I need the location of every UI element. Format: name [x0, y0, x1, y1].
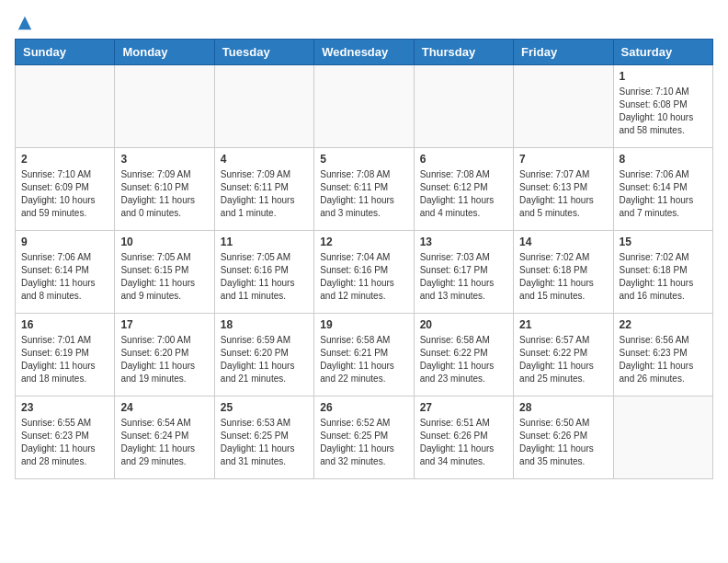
- calendar-cell: 14Sunrise: 7:02 AM Sunset: 6:18 PM Dayli…: [514, 231, 613, 314]
- calendar-cell: 11Sunrise: 7:05 AM Sunset: 6:16 PM Dayli…: [214, 231, 313, 314]
- day-number: 26: [320, 401, 407, 414]
- day-number: 20: [420, 318, 507, 331]
- day-info: Sunrise: 6:53 AM Sunset: 6:25 PM Dayligh…: [221, 417, 308, 468]
- calendar-cell: 17Sunrise: 7:00 AM Sunset: 6:20 PM Dayli…: [115, 314, 214, 396]
- calendar-cell: 18Sunrise: 6:59 AM Sunset: 6:20 PM Dayli…: [214, 314, 313, 396]
- day-info: Sunrise: 6:58 AM Sunset: 6:21 PM Dayligh…: [320, 334, 407, 385]
- calendar-header-friday: Friday: [514, 40, 613, 65]
- calendar-cell: 26Sunrise: 6:52 AM Sunset: 6:25 PM Dayli…: [314, 396, 414, 479]
- day-info: Sunrise: 7:02 AM Sunset: 6:18 PM Dayligh…: [620, 251, 707, 303]
- calendar-cell: 9Sunrise: 7:06 AM Sunset: 6:14 PM Daylig…: [16, 231, 115, 314]
- calendar-cell: 21Sunrise: 6:57 AM Sunset: 6:22 PM Dayli…: [514, 314, 613, 396]
- day-info: Sunrise: 7:08 AM Sunset: 6:12 PM Dayligh…: [420, 168, 507, 220]
- calendar-cell: 8Sunrise: 7:06 AM Sunset: 6:14 PM Daylig…: [613, 148, 712, 231]
- day-info: Sunrise: 7:09 AM Sunset: 6:11 PM Dayligh…: [221, 168, 308, 220]
- day-number: 14: [519, 236, 607, 248]
- svg-marker-0: [18, 17, 31, 29]
- calendar-cell: 25Sunrise: 6:53 AM Sunset: 6:25 PM Dayli…: [214, 396, 313, 479]
- calendar-cell: 20Sunrise: 6:58 AM Sunset: 6:22 PM Dayli…: [414, 314, 513, 396]
- calendar-table: SundayMondayTuesdayWednesdayThursdayFrid…: [15, 39, 713, 479]
- day-info: Sunrise: 7:09 AM Sunset: 6:10 PM Dayligh…: [120, 168, 208, 220]
- day-info: Sunrise: 7:10 AM Sunset: 6:09 PM Dayligh…: [21, 168, 108, 220]
- day-info: Sunrise: 7:06 AM Sunset: 6:14 PM Dayligh…: [21, 251, 108, 303]
- calendar-cell: [115, 65, 214, 148]
- calendar-header-tuesday: Tuesday: [214, 40, 313, 65]
- day-number: 28: [519, 401, 607, 414]
- day-info: Sunrise: 7:04 AM Sunset: 6:16 PM Dayligh…: [320, 251, 407, 303]
- calendar-cell: 10Sunrise: 7:05 AM Sunset: 6:15 PM Dayli…: [115, 231, 214, 314]
- calendar-header-sunday: Sunday: [16, 40, 115, 65]
- calendar-cell: 12Sunrise: 7:04 AM Sunset: 6:16 PM Dayli…: [314, 231, 414, 314]
- calendar-cell: 23Sunrise: 6:55 AM Sunset: 6:23 PM Dayli…: [16, 396, 115, 479]
- calendar-cell: [314, 65, 414, 148]
- day-info: Sunrise: 7:06 AM Sunset: 6:14 PM Dayligh…: [620, 168, 707, 220]
- day-info: Sunrise: 7:07 AM Sunset: 6:13 PM Dayligh…: [519, 168, 607, 220]
- day-info: Sunrise: 7:05 AM Sunset: 6:16 PM Dayligh…: [221, 251, 308, 303]
- calendar-week-3: 9Sunrise: 7:06 AM Sunset: 6:14 PM Daylig…: [16, 231, 713, 314]
- day-info: Sunrise: 6:54 AM Sunset: 6:24 PM Dayligh…: [120, 417, 208, 468]
- day-number: 15: [620, 236, 707, 248]
- day-number: 17: [120, 318, 208, 331]
- day-info: Sunrise: 7:08 AM Sunset: 6:11 PM Dayligh…: [320, 168, 407, 220]
- day-number: 5: [320, 153, 407, 166]
- calendar-cell: 7Sunrise: 7:07 AM Sunset: 6:13 PM Daylig…: [514, 148, 613, 231]
- calendar-header-row: SundayMondayTuesdayWednesdayThursdayFrid…: [16, 40, 713, 65]
- day-info: Sunrise: 7:00 AM Sunset: 6:20 PM Dayligh…: [120, 334, 208, 385]
- logo: [15, 15, 33, 28]
- day-number: 27: [420, 401, 507, 414]
- day-info: Sunrise: 6:56 AM Sunset: 6:23 PM Dayligh…: [620, 334, 707, 385]
- day-number: 23: [21, 401, 108, 414]
- calendar-cell: 1Sunrise: 7:10 AM Sunset: 6:08 PM Daylig…: [613, 65, 712, 148]
- day-info: Sunrise: 6:50 AM Sunset: 6:26 PM Dayligh…: [519, 417, 607, 468]
- day-number: 1: [620, 70, 707, 83]
- day-number: 7: [519, 153, 607, 166]
- logo-icon: [17, 15, 33, 31]
- calendar-cell: [16, 65, 115, 148]
- day-number: 18: [221, 318, 308, 331]
- day-number: 12: [320, 236, 407, 248]
- day-info: Sunrise: 6:59 AM Sunset: 6:20 PM Dayligh…: [221, 334, 308, 385]
- day-number: 24: [120, 401, 208, 414]
- calendar-cell: 13Sunrise: 7:03 AM Sunset: 6:17 PM Dayli…: [414, 231, 513, 314]
- calendar-week-4: 16Sunrise: 7:01 AM Sunset: 6:19 PM Dayli…: [16, 314, 713, 396]
- day-info: Sunrise: 6:58 AM Sunset: 6:22 PM Dayligh…: [420, 334, 507, 385]
- calendar-cell: 2Sunrise: 7:10 AM Sunset: 6:09 PM Daylig…: [16, 148, 115, 231]
- day-number: 10: [120, 236, 208, 248]
- calendar-cell: 28Sunrise: 6:50 AM Sunset: 6:26 PM Dayli…: [514, 396, 613, 479]
- day-number: 21: [519, 318, 607, 331]
- calendar-header-monday: Monday: [115, 40, 214, 65]
- day-info: Sunrise: 6:52 AM Sunset: 6:25 PM Dayligh…: [320, 417, 407, 468]
- day-number: 9: [21, 236, 108, 248]
- day-number: 6: [420, 153, 507, 166]
- day-info: Sunrise: 7:05 AM Sunset: 6:15 PM Dayligh…: [120, 251, 208, 303]
- day-number: 3: [120, 153, 208, 166]
- calendar-header-saturday: Saturday: [613, 40, 712, 65]
- calendar-header-wednesday: Wednesday: [314, 40, 414, 65]
- day-number: 13: [420, 236, 507, 248]
- calendar-cell: [613, 396, 712, 479]
- day-number: 4: [221, 153, 308, 166]
- day-number: 22: [620, 318, 707, 331]
- calendar-cell: 15Sunrise: 7:02 AM Sunset: 6:18 PM Dayli…: [613, 231, 712, 314]
- calendar-cell: 3Sunrise: 7:09 AM Sunset: 6:10 PM Daylig…: [115, 148, 214, 231]
- calendar-cell: 27Sunrise: 6:51 AM Sunset: 6:26 PM Dayli…: [414, 396, 513, 479]
- calendar-cell: 24Sunrise: 6:54 AM Sunset: 6:24 PM Dayli…: [115, 396, 214, 479]
- calendar-header-thursday: Thursday: [414, 40, 513, 65]
- page-header: [15, 15, 713, 28]
- day-number: 16: [21, 318, 108, 331]
- day-info: Sunrise: 6:57 AM Sunset: 6:22 PM Dayligh…: [519, 334, 607, 385]
- calendar-cell: [514, 65, 613, 148]
- calendar-cell: 22Sunrise: 6:56 AM Sunset: 6:23 PM Dayli…: [613, 314, 712, 396]
- day-info: Sunrise: 7:10 AM Sunset: 6:08 PM Dayligh…: [620, 86, 707, 137]
- calendar-cell: [214, 65, 313, 148]
- day-number: 11: [221, 236, 308, 248]
- calendar-cell: 6Sunrise: 7:08 AM Sunset: 6:12 PM Daylig…: [414, 148, 513, 231]
- calendar-cell: [414, 65, 513, 148]
- day-info: Sunrise: 7:03 AM Sunset: 6:17 PM Dayligh…: [420, 251, 507, 303]
- day-number: 8: [620, 153, 707, 166]
- calendar-week-1: 1Sunrise: 7:10 AM Sunset: 6:08 PM Daylig…: [16, 65, 713, 148]
- calendar-week-2: 2Sunrise: 7:10 AM Sunset: 6:09 PM Daylig…: [16, 148, 713, 231]
- calendar-cell: 4Sunrise: 7:09 AM Sunset: 6:11 PM Daylig…: [214, 148, 313, 231]
- day-info: Sunrise: 6:51 AM Sunset: 6:26 PM Dayligh…: [420, 417, 507, 468]
- day-number: 25: [221, 401, 308, 414]
